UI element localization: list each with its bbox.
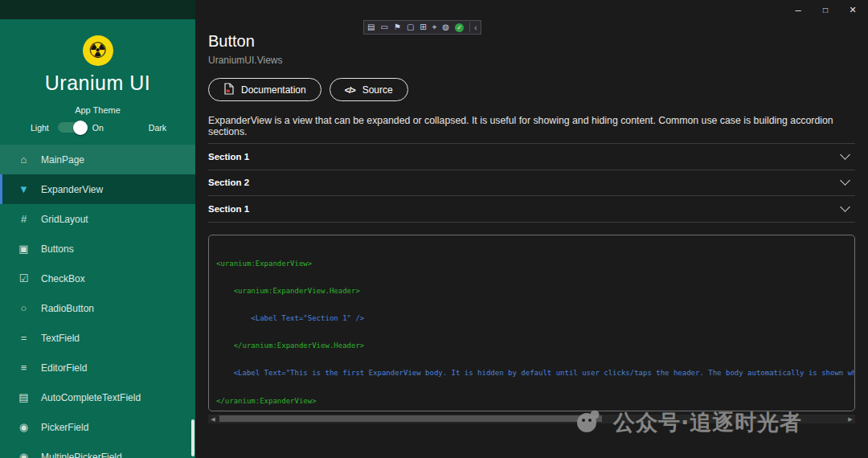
home-icon: ⌂ xyxy=(17,153,31,166)
sidebar-item-label: RadioButton xyxy=(41,303,94,314)
sidebar-item-label: ExpanderView xyxy=(41,184,103,195)
theme-toggle[interactable] xyxy=(58,122,85,133)
buttons-icon: ▣ xyxy=(17,243,31,255)
element-inspect-icon[interactable]: ▤ xyxy=(367,21,375,34)
textfield-icon: = xyxy=(17,332,31,344)
sidebar-item-buttons[interactable]: ▣ Buttons xyxy=(0,234,195,264)
documentation-button-label: Documentation xyxy=(241,84,306,96)
section-title: Section 1 xyxy=(208,204,249,214)
sidebar: ☢ Uranium UI App Theme Light On Dark ⌂ M… xyxy=(0,0,195,458)
app-title: Uranium UI xyxy=(0,72,195,95)
sidebar-item-label: GridLayout xyxy=(41,214,88,225)
theme-dark-label: Dark xyxy=(149,123,166,133)
sidebar-menu: ⌂ MainPage ▼ ExpanderView # GridLayout ▣… xyxy=(0,145,195,458)
horizontal-scrollbar[interactable]: ◀ ▶ xyxy=(208,415,855,423)
brand-block: ☢ Uranium UI App Theme Light On Dark xyxy=(0,19,195,133)
theme-light-label: Light xyxy=(31,123,49,133)
scroll-right-arrow-icon[interactable]: ▶ xyxy=(845,415,855,423)
close-button[interactable]: ✕ xyxy=(839,0,866,19)
scroll-left-arrow-icon[interactable]: ◀ xyxy=(208,415,218,423)
code-line: <Label Text="This is the first ExpanderV… xyxy=(216,369,854,378)
radiobutton-icon: ○ xyxy=(17,302,31,314)
page-title: Button xyxy=(208,32,855,51)
chevron-down-icon xyxy=(840,202,850,212)
code-line: <uranium:ExpanderView> xyxy=(216,260,854,268)
sidebar-item-radiobutton[interactable]: ○ RadioButton xyxy=(0,293,195,323)
sidebar-item-label: EditorField xyxy=(41,362,87,374)
sidebar-item-editorfield[interactable]: ≡ EditorField xyxy=(0,353,195,382)
documentation-button[interactable]: Documentation xyxy=(208,78,321,101)
action-buttons-row: Documentation </> Source xyxy=(208,78,855,101)
multipicker-icon: ◉ xyxy=(17,451,31,458)
component-description: ExpanderView is a view that can be expan… xyxy=(208,115,855,137)
hot-reload-status-icon[interactable]: ✓ xyxy=(455,23,464,32)
code-icon: </> xyxy=(345,85,355,95)
autocomplete-icon: ▤ xyxy=(17,391,31,403)
editorfield-icon: ≡ xyxy=(17,362,31,374)
maximize-button[interactable]: □ xyxy=(812,0,839,19)
theme-state-label: On xyxy=(92,123,104,133)
expander-icon: ▼ xyxy=(17,183,31,195)
scrollbar-thumb[interactable] xyxy=(219,415,602,422)
document-icon xyxy=(223,83,234,97)
sidebar-titlebar-strip xyxy=(0,0,195,19)
code-line: </uranium:ExpanderView.Header> xyxy=(216,341,854,350)
source-button[interactable]: </> Source xyxy=(330,78,408,101)
expander-header-2[interactable]: Section 2 xyxy=(208,170,855,197)
window-titlebar: – □ ✕ xyxy=(195,0,868,19)
window-controls: – □ ✕ xyxy=(784,0,866,19)
sidebar-scrollbar-thumb[interactable] xyxy=(191,419,194,456)
section-title: Section 1 xyxy=(208,152,249,162)
section-title: Section 2 xyxy=(208,178,249,187)
sidebar-item-autocompletetextfield[interactable]: ▤ AutoCompleteTextField xyxy=(0,382,195,412)
sidebar-item-label: CheckBox xyxy=(41,273,85,284)
sidebar-item-label: AutoCompleteTextField xyxy=(41,392,141,403)
expander-header-1[interactable]: Section 1 xyxy=(208,144,855,170)
app-theme-label: App Theme xyxy=(0,105,195,115)
flag-icon[interactable]: ⚑ xyxy=(394,21,401,34)
expander-header-3[interactable]: Section 1 xyxy=(208,196,855,223)
scrollbar-track[interactable] xyxy=(218,415,845,423)
page-subtitle: UraniumUI.Views xyxy=(208,55,855,66)
grid-icon: # xyxy=(17,213,31,225)
chevron-down-icon xyxy=(840,149,850,160)
collapse-toolbar-chevron-icon[interactable]: ‹ xyxy=(469,22,477,32)
target-icon[interactable]: ⌖ xyxy=(432,21,437,34)
window-frame-icon[interactable]: ▭ xyxy=(380,21,387,34)
sidebar-item-label: MultiplePickerField xyxy=(41,452,122,458)
square-outline-icon[interactable]: ▢ xyxy=(407,21,414,34)
debug-toolbar: ▤ ▭ ⚑ ▢ ⊞ ⌖ ◍ ✓ ‹ xyxy=(363,20,481,35)
chevron-down-icon xyxy=(840,176,850,186)
radiation-logo-icon: ☢ xyxy=(83,35,113,66)
sidebar-item-label: TextField xyxy=(41,333,80,344)
sidebar-item-multiplepickerfield[interactable]: ◉ MultiplePickerField xyxy=(0,442,195,458)
xaml-code-block: <uranium:ExpanderView> <uranium:Expander… xyxy=(208,235,855,411)
minimize-button[interactable]: – xyxy=(784,0,812,19)
code-line: </uranium:ExpanderView> xyxy=(216,397,854,406)
code-line: <uranium:ExpanderView.Header> xyxy=(216,287,854,296)
theme-switch-row: Light On Dark xyxy=(31,122,166,133)
grid-select-icon[interactable]: ⊞ xyxy=(420,21,426,34)
sidebar-item-label: MainPage xyxy=(41,154,84,166)
theme-toggle-knob[interactable] xyxy=(73,121,88,135)
sidebar-item-checkbox[interactable]: ☑ CheckBox xyxy=(0,264,195,293)
sidebar-item-expanderview[interactable]: ▼ ExpanderView xyxy=(0,174,195,204)
expander-accordion: Section 1 Section 2 Section 1 xyxy=(208,144,855,223)
source-button-label: Source xyxy=(362,84,393,96)
picker-icon: ◉ xyxy=(17,421,31,433)
sidebar-item-mainpage[interactable]: ⌂ MainPage xyxy=(0,145,195,174)
main-content: Button UraniumUI.Views Documentation </>… xyxy=(195,19,868,458)
checkbox-icon: ☑ xyxy=(17,272,31,284)
sidebar-item-label: Buttons xyxy=(41,243,74,255)
sidebar-item-label: PickerField xyxy=(41,422,88,433)
globe-icon[interactable]: ◍ xyxy=(442,21,449,34)
sidebar-item-gridlayout[interactable]: # GridLayout xyxy=(0,204,195,234)
sidebar-item-textfield[interactable]: = TextField xyxy=(0,323,195,353)
sidebar-item-pickerfield[interactable]: ◉ PickerField xyxy=(0,412,195,442)
code-line: <Label Text="Section 1" /> xyxy=(216,314,854,323)
